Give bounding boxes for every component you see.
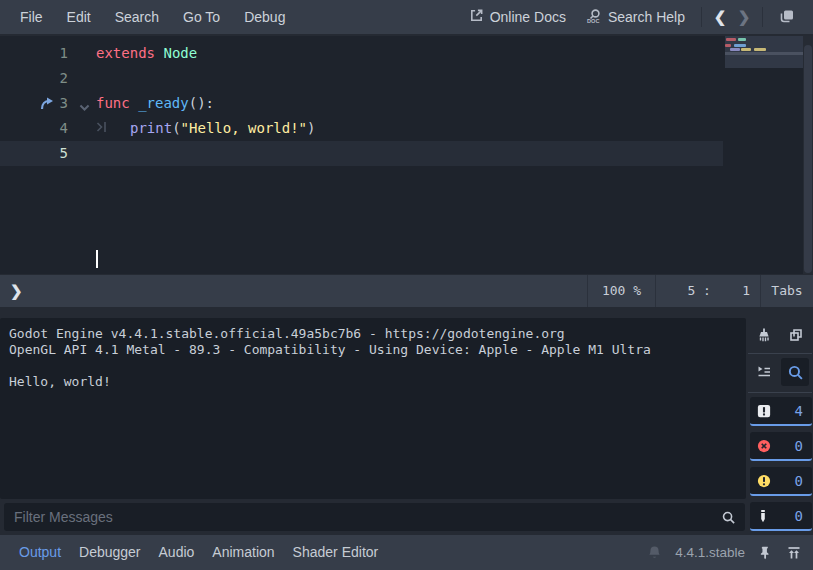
code-line-text: extends Node <box>96 41 197 66</box>
code-token: "Hello, world!" <box>181 120 307 136</box>
filter-messages-input[interactable] <box>4 509 721 525</box>
online-docs-label: Online Docs <box>490 9 566 25</box>
current-line-highlight <box>0 141 723 166</box>
editor-scrollbar[interactable] <box>803 36 813 274</box>
show-search-toggle[interactable] <box>781 358 809 386</box>
messages-count: 4 <box>795 403 803 419</box>
message-square-icon <box>757 404 771 418</box>
menu-file[interactable]: File <box>8 0 55 34</box>
code-line-1[interactable]: 1extends Node <box>0 41 813 66</box>
bottom-panel-tabs: OutputDebuggerAudioAnimationShader Edito… <box>0 535 387 570</box>
clear-output-button[interactable] <box>750 321 778 349</box>
code-token <box>130 95 138 111</box>
collapse-duplicates-button[interactable] <box>750 358 778 386</box>
menu-search[interactable]: Search <box>103 0 171 34</box>
pin-bottom-panel-icon[interactable] <box>758 545 773 560</box>
minimap-block <box>726 38 736 41</box>
engine-version-label: 4.4.1.stable <box>675 545 745 560</box>
editor-status-bar: ❯ 100 % 5 : 1 Tabs <box>0 275 813 307</box>
bottom-panel-bar: OutputDebuggerAudioAnimationShader Edito… <box>0 535 813 570</box>
code-line-4[interactable]: 4print("Hello, world!") <box>0 116 813 141</box>
minimap-block <box>754 48 766 51</box>
bottom-tab-output[interactable]: Output <box>10 535 69 570</box>
filter-toggle-errors[interactable]: 0 <box>750 432 812 461</box>
errors-count: 0 <box>795 438 803 454</box>
code-token: ( <box>172 120 180 136</box>
notifications-bell-icon[interactable] <box>647 545 662 560</box>
copy-output-button[interactable] <box>782 321 810 349</box>
search-help-button[interactable]: DOC Search Help <box>576 0 695 34</box>
floating-window-icon <box>779 8 795 27</box>
filter-toggle-messages[interactable]: 4 <box>750 397 812 426</box>
editor-scrollbar-grabber[interactable] <box>804 45 812 273</box>
code-line-5[interactable]: 5 <box>0 141 813 166</box>
cursor-position: 5 : 1 <box>655 275 760 307</box>
scripts-panel-toggle[interactable]: ❯ <box>0 282 23 300</box>
minimap-block <box>730 48 740 51</box>
online-docs-button[interactable]: Online Docs <box>459 0 576 34</box>
svg-text:DOC: DOC <box>587 18 599 24</box>
code-token: func <box>96 95 130 111</box>
minimap-block <box>725 44 731 47</box>
menu-edit[interactable]: Edit <box>55 0 103 34</box>
code-line-text: func _ready(): <box>96 91 214 116</box>
menu-bar-right: Online Docs DOC Search Help ❮ ❯ <box>459 0 813 34</box>
code-token: Node <box>163 45 197 61</box>
filter-toggle-editor[interactable]: 0 <box>750 502 812 531</box>
script-code-editor[interactable]: 1extends Node23func _ready():4print("Hel… <box>0 36 813 274</box>
history-back-button[interactable]: ❮ <box>708 8 732 26</box>
bottom-tab-animation[interactable]: Animation <box>203 535 282 570</box>
bottom-tab-debugger[interactable]: Debugger <box>70 535 149 570</box>
code-token: extends <box>96 45 155 61</box>
godot-script-editor-window: FileEditSearchGo ToDebug Online Docs DOC… <box>0 0 813 570</box>
code-line-3[interactable]: 3func _ready(): <box>0 91 813 116</box>
menu-go-to[interactable]: Go To <box>171 0 232 34</box>
code-token: (): <box>189 95 214 111</box>
menu-separator <box>701 7 702 27</box>
minimap-current-line <box>725 52 803 55</box>
line-number: 5 <box>0 141 68 166</box>
minimap-viewport <box>725 36 803 68</box>
history-forward-button[interactable]: ❯ <box>732 8 756 26</box>
expand-bottom-panel-icon[interactable] <box>786 545 802 561</box>
search-icon <box>721 510 745 525</box>
menu-bar: FileEditSearchGo ToDebug Online Docs DOC… <box>0 0 813 34</box>
bottom-tab-audio[interactable]: Audio <box>150 535 203 570</box>
code-token: print <box>130 120 172 136</box>
warnings-count: 0 <box>795 473 803 489</box>
text-caret <box>96 250 98 268</box>
error-circle-icon <box>757 439 771 453</box>
search-help-label: Search Help <box>608 9 685 25</box>
minimap-block <box>741 48 751 51</box>
menu-separator <box>762 7 763 27</box>
console-text: Godot Engine v4.4.1.stable.official.49a5… <box>0 318 746 398</box>
fold-chevron-icon[interactable] <box>78 97 91 110</box>
tab-indent-icon <box>96 116 130 141</box>
help-search-icon: DOC <box>586 8 602 27</box>
line-number: 1 <box>0 41 68 66</box>
minimap-block <box>734 44 746 47</box>
menu-debug[interactable]: Debug <box>232 0 297 34</box>
line-number: 4 <box>0 116 68 141</box>
tool-separator <box>748 353 812 354</box>
line-number: 3 <box>0 91 68 116</box>
code-token: ) <box>307 120 315 136</box>
output-console[interactable]: Godot Engine v4.4.1.stable.official.49a5… <box>0 318 746 499</box>
zoom-level[interactable]: 100 % <box>587 275 655 307</box>
bottom-tab-shader-editor[interactable]: Shader Editor <box>284 535 387 570</box>
tool-separator <box>748 392 812 393</box>
external-link-icon <box>469 8 484 26</box>
main-menus: FileEditSearchGo ToDebug <box>0 0 297 34</box>
code-line-2[interactable]: 2 <box>0 66 813 91</box>
code-token: _ready <box>138 95 189 111</box>
editor-count: 0 <box>795 508 803 524</box>
bottom-bar-right: 4.4.1.stable <box>647 545 813 561</box>
code-minimap[interactable] <box>725 36 803 274</box>
filter-toggle-warnings[interactable]: 0 <box>750 467 812 496</box>
line-number: 2 <box>0 66 68 91</box>
indent-type: Tabs <box>760 275 813 307</box>
minimap-block <box>738 38 746 41</box>
make-floating-button[interactable] <box>769 0 805 34</box>
filter-messages-box <box>4 503 745 531</box>
warning-circle-icon <box>757 474 771 488</box>
